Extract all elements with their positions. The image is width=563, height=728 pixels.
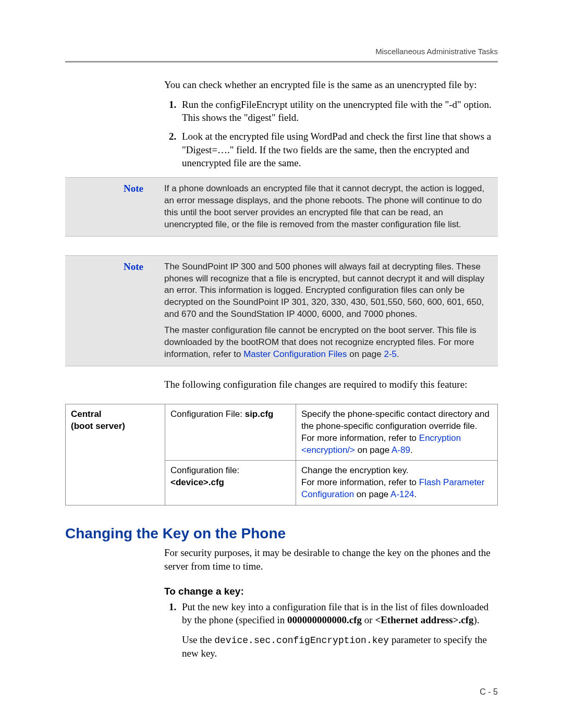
intro-check-line: You can check whether an encrypted file … [164,78,498,92]
note-1-text: If a phone downloads an encrypted file t… [164,183,492,231]
note-2: Note The SoundPoint IP 300 and 500 phone… [65,255,498,367]
note-label: Note [65,261,164,361]
step1-p2-pre: Use the [182,634,214,645]
flash-param-page[interactable]: A-124 [390,489,414,499]
cell-devicecfg-desc: Change the encryption key. For more info… [296,461,498,505]
check-step-2: Look at the encrypted file using WordPad… [179,130,498,170]
note-2b-post: . [397,349,399,359]
page-number: C - 5 [480,687,498,697]
cell-sipcfg: Configuration File: sip.cfg [165,404,296,461]
cell-central: Central (boot server) [66,404,165,505]
section-p1: For security purposes, it may be desirab… [164,546,498,573]
cell-sipcfg-desc: Specify the phone-specific contact direc… [296,404,498,461]
sipcfg-pre: Configuration File: [170,409,245,419]
running-header: Miscellaneous Administrative Tasks [65,47,498,61]
step1-b2: <Ethernet address>.cfg [375,614,473,625]
devicecfg-name: <device>.cfg [170,477,224,487]
check-step-1: Run the configFileEncrypt utility on the… [179,98,498,125]
devicecfg-desc-1: Change the encryption key. [301,465,409,475]
step1-mid: or [362,614,375,625]
change-key-step-1: Put the new key into a configuration fil… [179,600,498,660]
note-label: Note [65,183,164,231]
central-sub: (boot server) [71,421,125,431]
sipcfg-desc-pre: For more information, refer to [301,433,419,443]
sipcfg-desc-mid: on page [355,445,391,455]
sipcfg-desc-post: . [410,445,413,455]
followup-line: The following configuration file changes… [164,378,498,391]
devicecfg-desc-pre: For more information, refer to [301,477,419,487]
note-1: Note If a phone downloads an encrypted f… [65,177,498,237]
devicecfg-desc-mid: on page [354,489,390,499]
note-2b-mid: on page [347,349,384,359]
sipcfg-name: sip.cfg [245,409,274,419]
table-row: Central (boot server) Configuration File… [66,404,498,461]
header-rule [65,61,498,63]
section-body: For security purposes, it may be desirab… [164,546,498,660]
step1-followup: Use the device.sec.configEncryption.key … [182,633,498,660]
devicecfg-pre: Configuration file: [170,465,239,475]
cell-devicecfg: Configuration file: <device>.cfg [165,461,296,505]
step1-b1: 000000000000.cfg [287,614,362,625]
page: Miscellaneous Administrative Tasks You c… [0,0,563,699]
encryption-page[interactable]: A-89 [391,445,410,455]
section-heading: Changing the Key on the Phone [65,525,498,542]
config-table: Central (boot server) Configuration File… [65,404,498,506]
step1-code: device.sec.configEncryption.key [214,635,389,646]
central-label: Central [71,409,102,419]
followup-block: The following configuration file changes… [164,378,498,391]
intro-block: You can check whether an encrypted file … [164,78,498,170]
note-1-body: If a phone downloads an encrypted file t… [164,183,492,231]
master-config-page[interactable]: 2-5 [384,349,397,359]
note-2-body: The SoundPoint IP 300 and 500 phones wil… [164,261,492,361]
note-2-para-2: The master configuration file cannot be … [164,325,492,361]
devicecfg-desc-post: . [414,489,417,499]
subhead-change-key: To change a key: [164,586,498,597]
sipcfg-desc-1: Specify the phone-specific contact direc… [301,409,489,431]
change-key-steps: Put the new key into a configuration fil… [164,600,498,660]
note-2-para-1: The SoundPoint IP 300 and 500 phones wil… [164,261,492,321]
check-steps: Run the configFileEncrypt utility on the… [164,98,498,170]
master-config-link[interactable]: Master Configuration Files [243,349,347,359]
step1-post: ). [474,614,480,625]
